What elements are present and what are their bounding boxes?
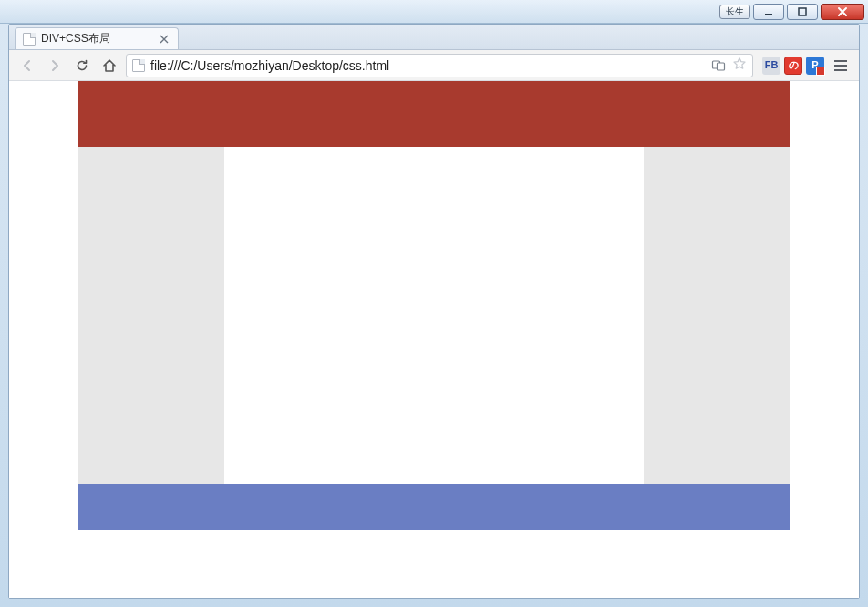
browser-window: DIV+CSS布局 file:///C:/Users/mozhiyan/ [8,24,860,599]
layout-footer [78,484,790,530]
menu-bar-icon [834,60,847,62]
extension-youdao-label: の [789,60,799,70]
menu-bar-icon [834,65,847,67]
extension-fb-icon[interactable]: FB [762,57,780,75]
layout-main [224,147,644,484]
extension-youdao-icon[interactable]: の [784,57,802,75]
url-text: file:///C:/Users/mozhiyan/Desktop/css.ht… [150,58,705,73]
tab-title: DIV+CSS布局 [41,31,110,46]
page-layout [78,81,790,530]
menu-bar-icon [834,69,847,71]
titlebar-pill[interactable]: 长生 [719,5,750,19]
toolbar: file:///C:/Users/mozhiyan/Desktop/css.ht… [9,50,859,81]
maximize-button[interactable] [787,4,818,20]
extension-icons: FB の P [762,57,824,75]
close-button[interactable] [821,4,864,20]
extension-p-icon[interactable]: P [806,57,824,75]
bookmark-star-icon[interactable] [732,57,747,74]
titlebar-pill-label: 长生 [726,5,744,18]
svg-rect-0 [765,14,772,15]
window-titlebar: 长生 [0,0,868,24]
tab-strip: DIV+CSS布局 [9,25,859,50]
layout-columns [78,147,790,484]
tab-close-button[interactable] [158,33,170,46]
page-icon [132,59,145,72]
home-button[interactable] [98,55,120,77]
reload-button[interactable] [71,55,93,77]
back-button[interactable] [16,55,38,77]
extension-fb-label: FB [765,60,779,70]
menu-button[interactable] [830,55,852,77]
extension-p-label: P [811,60,818,70]
translate-icon[interactable] [710,57,727,74]
page-icon [23,33,36,46]
tab-active[interactable]: DIV+CSS布局 [15,27,179,49]
minimize-button[interactable] [753,4,784,20]
svg-rect-3 [718,63,725,70]
layout-header [78,81,790,147]
layout-left-sidebar [78,147,224,484]
window-frame: 长生 DIV+CSS布局 [0,0,868,607]
svg-rect-1 [799,8,806,15]
window-buttons: 长生 [719,4,864,20]
address-bar[interactable]: file:///C:/Users/mozhiyan/Desktop/css.ht… [126,54,753,77]
page-viewport[interactable] [9,81,859,598]
forward-button[interactable] [44,55,66,77]
layout-right-sidebar [644,147,790,484]
